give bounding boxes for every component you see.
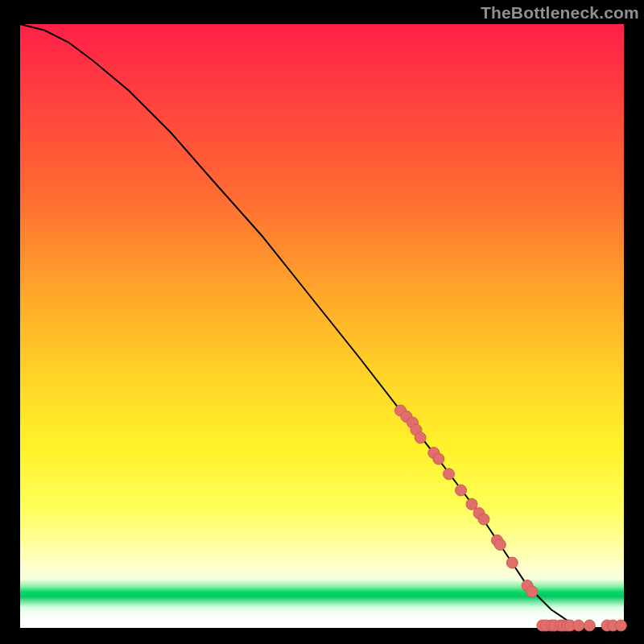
data-marker <box>584 620 595 631</box>
data-marker <box>415 432 426 444</box>
data-marker <box>433 453 444 464</box>
data-marker <box>466 498 477 510</box>
data-marker <box>494 539 506 551</box>
data-marker <box>444 469 455 480</box>
plot-area <box>20 24 624 628</box>
data-marker <box>456 485 467 496</box>
data-marker <box>478 514 489 525</box>
data-marker <box>526 586 538 597</box>
data-markers <box>395 405 627 631</box>
data-marker <box>615 620 626 631</box>
curve-svg <box>20 24 624 628</box>
bottleneck-curve <box>20 24 624 628</box>
attribution-label: TheBottleneck.com <box>481 3 639 23</box>
data-marker <box>506 557 518 568</box>
data-marker <box>573 620 584 631</box>
chart-frame: TheBottleneck.com <box>0 0 644 644</box>
